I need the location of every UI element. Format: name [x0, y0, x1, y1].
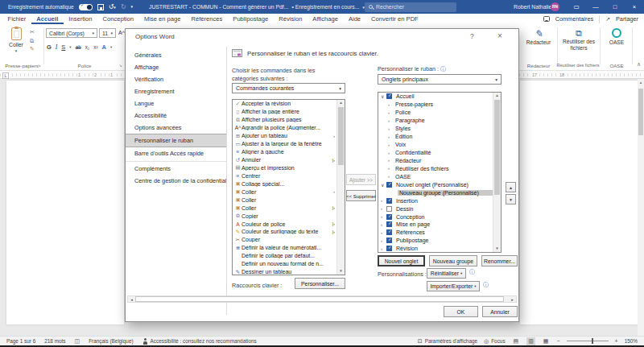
chevron-icon[interactable]: ›	[381, 206, 386, 211]
word-count[interactable]: 218 mots	[44, 338, 65, 344]
minimize-button[interactable]: —	[586, 0, 605, 14]
options-nav-item[interactable]: Vérification	[126, 73, 226, 85]
vertical-scrollbar[interactable]: ▴	[638, 79, 644, 336]
options-nav-item[interactable]: Enregistrement	[126, 85, 226, 97]
oase-button[interactable]: OASE	[602, 28, 631, 46]
save-icon[interactable]	[97, 4, 104, 10]
scroll-up-icon[interactable]: ▴	[638, 79, 644, 86]
options-nav-item[interactable]: Accessibilité	[126, 109, 226, 122]
tree-item[interactable]: › Insertion	[378, 196, 493, 204]
chevron-icon[interactable]: ›	[388, 174, 394, 179]
superscript-button[interactable]: x²	[93, 44, 97, 50]
tree-item[interactable]: › Dessin	[378, 204, 493, 213]
ribbon-tab[interactable]: Révision	[274, 14, 308, 24]
clipboard-dialog-launcher-icon[interactable]: ↘	[38, 64, 41, 68]
command-item[interactable]: ≡ Centrer	[233, 171, 336, 180]
ribbon-tab[interactable]: Aide	[343, 14, 365, 24]
ok-button[interactable]: OK	[444, 306, 478, 317]
avatar[interactable]: RN	[551, 2, 559, 11]
web-layout-button[interactable]: ▦	[542, 337, 551, 345]
chevron-icon[interactable]: ›	[381, 198, 386, 203]
reuse-files-button[interactable]: ⧉ Réutiliser des fichiers	[559, 28, 598, 52]
command-item[interactable]: ▣ Collage spécial...	[233, 180, 336, 188]
scroll-left-icon[interactable]: ◂	[128, 296, 135, 302]
chevron-icon[interactable]: ∨	[381, 182, 386, 188]
move-down-button[interactable]: ▼	[506, 194, 516, 204]
commands-category-select[interactable]: Commandes courantes▾	[232, 83, 345, 93]
command-item[interactable]: ⧉ Afficher plusieurs pages	[233, 116, 336, 124]
tree-item[interactable]: › Mise en page	[378, 221, 493, 229]
ribbon-tab[interactable]: Fichier	[2, 14, 31, 24]
command-item[interactable]: Définir le collage par défaut...	[233, 252, 336, 260]
zoom-out-button[interactable]: −	[556, 338, 559, 344]
command-item[interactable]: A^ Agrandir la police (Augmenter...	[233, 124, 336, 132]
options-nav-item[interactable]: Langue	[126, 97, 226, 109]
proofing-icon[interactable]: ◫	[75, 338, 80, 345]
chevron-icon[interactable]: ›	[388, 126, 394, 131]
command-item[interactable]: ⧉ Copier	[233, 212, 336, 220]
new-group-button[interactable]: Nouveau groupe	[429, 255, 477, 266]
checkbox[interactable]	[386, 229, 392, 235]
scroll-up-icon[interactable]: ▲	[337, 100, 345, 106]
subscript-button[interactable]: x₂	[85, 44, 90, 50]
command-item[interactable]: ≣ Définir la valeur de numérotati...	[233, 244, 336, 252]
tree-item[interactable]: Nouveau groupe (Personnalisé)	[378, 188, 493, 196]
tab-stop-selector[interactable]: L	[2, 72, 9, 79]
language-indicator[interactable]: Français (Belgique)	[89, 338, 133, 344]
tree-item[interactable]: › OASE	[378, 172, 493, 180]
collapse-ribbon-icon[interactable]: ∧	[637, 61, 641, 68]
undo-icon[interactable]: ↺▾	[109, 0, 116, 14]
tree-scrollbar[interactable]: ▲ ▼	[493, 93, 501, 252]
font-dialog-launcher-icon[interactable]: ↘	[119, 64, 122, 68]
options-nav-item[interactable]: Personnaliser le ruban	[126, 134, 226, 147]
redo-icon[interactable]: ↻	[121, 0, 126, 14]
text-effects-button[interactable]: A	[101, 43, 105, 51]
qat-menu-icon[interactable]: ▾	[131, 0, 134, 14]
info-icon[interactable]: ⓘ	[483, 281, 489, 289]
accessibility-status[interactable]: Accessibilité : consultez nos recommanda…	[142, 338, 257, 345]
tree-item[interactable]: › Presse-papiers	[378, 101, 493, 109]
reset-button[interactable]: Réinitialiser▾	[427, 268, 466, 279]
checkbox[interactable]	[386, 238, 392, 243]
scroll-right-icon[interactable]: ▸	[509, 296, 516, 302]
chevron-icon[interactable]: ›	[388, 102, 394, 107]
ribbon-tab[interactable]: Mise en page	[138, 14, 186, 24]
tree-item[interactable]: › Rédacteur	[378, 157, 493, 165]
customize-shortcuts-button[interactable]: Personnaliser...	[295, 278, 345, 289]
options-nav-item[interactable]: Barre d'outils Accès rapide	[126, 147, 226, 159]
checkbox[interactable]	[386, 214, 392, 220]
font-size-select[interactable]: 11▾	[99, 28, 116, 38]
zoom-slider[interactable]	[567, 341, 609, 341]
chevron-icon[interactable]: ›	[388, 166, 394, 171]
ribbon-tabs-select[interactable]: Onglets principaux▾	[378, 74, 502, 85]
chevron-icon[interactable]: ›	[381, 222, 386, 227]
underline-button[interactable]: S	[61, 43, 65, 51]
move-up-button[interactable]: ▲	[506, 182, 516, 192]
checkbox[interactable]	[386, 246, 392, 251]
comments-button[interactable]: Commentaires	[555, 15, 593, 23]
read-mode-button[interactable]: ▤	[512, 337, 521, 345]
cut-icon[interactable]: ✂	[30, 29, 35, 35]
command-item[interactable]: ▣ Coller |›	[233, 204, 336, 212]
scroll-down-icon[interactable]: ▼	[493, 246, 501, 252]
chevron-icon[interactable]: ›	[388, 110, 394, 115]
tree-item[interactable]: › Édition	[378, 133, 493, 141]
search-input[interactable]: Rechercher	[365, 2, 456, 12]
options-nav-item[interactable]: Générales	[126, 49, 226, 61]
chevron-icon[interactable]: ›	[381, 246, 386, 251]
remove-button[interactable]: << Supprimer	[346, 190, 376, 201]
tree-item[interactable]: › Révision	[378, 245, 493, 253]
dialog-horizontal-scrollbar[interactable]: ◂ ▸	[127, 295, 517, 303]
rename-button[interactable]: Renommer...	[481, 255, 518, 266]
options-nav-item[interactable]: Centre de gestion de la confidentialité	[126, 175, 226, 187]
tree-item[interactable]: ∨ Accueil	[378, 93, 493, 101]
command-item[interactable]: ↺ Annuler |›	[233, 156, 336, 164]
focus-button[interactable]: ◎ Focus	[484, 338, 506, 345]
tree-item[interactable]: › Paragraphe	[378, 117, 493, 125]
zoom-slider-thumb[interactable]	[592, 338, 593, 344]
commands-scrollbar[interactable]: ▲ ▼	[336, 100, 345, 275]
command-item[interactable]: ✎ Dessiner un tableau	[233, 268, 336, 275]
copy-icon[interactable]: ⧉	[30, 38, 35, 43]
chevron-icon[interactable]: ›	[381, 230, 386, 235]
ribbon-display-options-icon[interactable]: ▭	[567, 0, 586, 14]
